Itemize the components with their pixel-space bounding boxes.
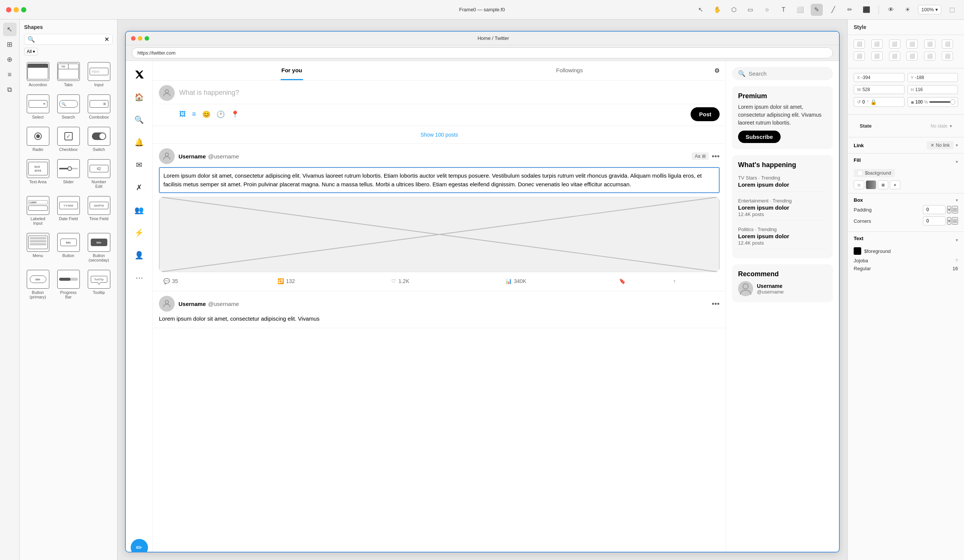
preview-button[interactable]: 👁 xyxy=(885,4,897,16)
lock-button[interactable]: ⬜ xyxy=(924,52,935,61)
shape-item-tooltip[interactable]: ToolTip Tooltip xyxy=(85,268,112,302)
compose-image-icon[interactable]: 🖼 xyxy=(179,110,186,118)
corners-input[interactable] xyxy=(923,216,946,226)
shape-item-button-primary[interactable]: btn Button (primary) xyxy=(24,268,52,302)
compose-schedule-icon[interactable]: 🕐 xyxy=(217,110,225,118)
tweet-analytics-button[interactable]: 📊 340K xyxy=(501,276,615,286)
align-left-button[interactable]: ⬜ xyxy=(854,39,865,49)
subscribe-button[interactable]: Subscribe xyxy=(738,131,781,143)
twitter-compose-button[interactable]: ✏ xyxy=(131,539,148,552)
sidebar-layers-icon[interactable]: ⊞ xyxy=(3,37,16,51)
ellipse-tool[interactable]: ○ xyxy=(761,4,773,16)
twitter-bookmarks-icon[interactable]: ✗ xyxy=(132,180,147,195)
shape-item-datefield[interactable]: YY/MM Date Field xyxy=(55,194,82,228)
twitter-messages-icon[interactable]: ✉ xyxy=(132,157,147,172)
tweet-bookmark-button[interactable]: 🔖 xyxy=(614,276,665,286)
align-center-v-button[interactable]: ⬜ xyxy=(924,39,935,49)
twitter-search-box[interactable]: 🔍 xyxy=(732,67,833,80)
shape-item-menu[interactable]: Menu xyxy=(24,231,52,265)
browser-url-bar[interactable]: https://twitter.com xyxy=(132,47,833,58)
font-weight[interactable]: Regular xyxy=(854,266,871,271)
shape-item-numberedit[interactable]: 42 Number Edit xyxy=(85,157,112,191)
line-tool[interactable]: ╱ xyxy=(827,4,839,16)
distribute-v-button[interactable]: ⬜ xyxy=(871,52,883,61)
select-tool[interactable]: ↖ xyxy=(695,4,707,16)
twitter-community-icon[interactable]: 👥 xyxy=(132,203,147,218)
align-bottom-button[interactable]: ⬜ xyxy=(942,39,953,49)
align-right-button[interactable]: ⬜ xyxy=(889,39,900,49)
shape-item-accordion[interactable]: Accordion xyxy=(24,60,52,89)
rectangle-tool[interactable]: ▭ xyxy=(744,4,757,16)
image-tool[interactable]: ⬜ xyxy=(794,4,806,16)
corners-expand-button[interactable]: ⊞ xyxy=(952,217,958,225)
distribute-h-button[interactable]: ⬜ xyxy=(854,52,865,61)
close-button[interactable] xyxy=(6,7,11,12)
sidebar-cursor-icon[interactable]: ↖ xyxy=(3,23,16,36)
shape-item-search[interactable]: 🔍 Search xyxy=(55,92,82,122)
arrange-button[interactable]: ⬜ xyxy=(889,52,900,61)
fill-pattern-button[interactable]: ≡ xyxy=(890,180,900,189)
state-row[interactable]: State No state ▾ xyxy=(854,119,958,133)
shapes-search-input[interactable] xyxy=(37,37,102,42)
theme-button[interactable]: ☀ xyxy=(902,4,914,16)
browser-maximize[interactable] xyxy=(145,36,149,41)
twitter-search-input[interactable] xyxy=(749,70,827,77)
shape-item-labeledinput[interactable]: Label Labeled Input xyxy=(24,194,52,228)
tweet-reply-button[interactable]: 💬 35 xyxy=(159,276,273,286)
twitter-tab-followings[interactable]: Followings xyxy=(431,61,709,80)
shape-item-select[interactable]: ▾ Select xyxy=(24,92,52,122)
twitter-settings-button[interactable]: ⚙ xyxy=(708,61,726,80)
opacity-field[interactable]: ◼ 100 % xyxy=(907,97,958,107)
align-center-h-button[interactable]: ⬜ xyxy=(871,39,883,49)
shape-item-switch[interactable]: Switch xyxy=(85,125,112,154)
text-tool[interactable]: T xyxy=(778,4,790,16)
shape-item-radio[interactable]: Radio xyxy=(24,125,52,154)
twitter-flash-icon[interactable]: ⚡ xyxy=(132,225,147,240)
align-top-button[interactable]: ⬜ xyxy=(906,39,918,49)
fill-image-button[interactable]: ⊞ xyxy=(878,180,888,189)
shape-item-textarea[interactable]: textarea Text Area xyxy=(24,157,52,191)
padding-input[interactable] xyxy=(923,205,946,214)
font-name[interactable]: Jojoba xyxy=(854,258,868,263)
padding-expand-button[interactable]: ⊞ xyxy=(952,206,958,213)
twitter-more-icon[interactable]: ⋯ xyxy=(132,270,147,285)
tweet-username-2[interactable]: Username xyxy=(179,301,206,307)
rotation-field[interactable]: ↺ 0 ° 🔒 xyxy=(854,97,904,107)
padding-dropdown-button[interactable]: ▾ xyxy=(947,206,951,213)
twitter-home-icon[interactable]: 🏠 xyxy=(132,89,147,105)
shape-item-slider[interactable]: Slider xyxy=(55,157,82,191)
twitter-profile-icon[interactable]: 👤 xyxy=(132,248,147,263)
y-field[interactable]: Y -188 xyxy=(907,73,958,82)
shape-item-button-secondary[interactable]: btn Button (seconday) xyxy=(85,231,112,265)
compose-emoji-icon[interactable]: 😊 xyxy=(202,110,210,118)
post-button[interactable]: Post xyxy=(690,107,720,121)
twitter-search-nav-icon[interactable]: 🔍 xyxy=(132,112,147,127)
shapes-search[interactable]: 🔍 ✕ xyxy=(24,34,112,45)
trending-topic-3[interactable]: Lorem ipsum dolor xyxy=(738,233,827,239)
shape-item-progressbar[interactable]: Progress Bar xyxy=(55,268,82,302)
tweet-like-button[interactable]: ♡ 1.2K xyxy=(387,276,501,286)
twitter-notifications-icon[interactable]: 🔔 xyxy=(132,135,147,150)
pen-tool[interactable]: ✎ xyxy=(811,4,823,16)
shape-item-combobox[interactable]: ⊞ Combobox xyxy=(85,92,112,122)
browser-close[interactable] xyxy=(131,36,135,41)
hand-tool[interactable]: ✋ xyxy=(711,4,723,16)
compose-location-icon[interactable]: 📍 xyxy=(231,110,239,118)
sidebar-components-icon[interactable]: ⊕ xyxy=(3,53,16,66)
shape-item-tabs[interactable]: Tab Tabs xyxy=(55,60,82,89)
browser-minimize[interactable] xyxy=(138,36,142,41)
trending-topic-2[interactable]: Lorem ipsum dolor xyxy=(738,205,827,211)
tweet-username-1[interactable]: Username xyxy=(179,153,206,159)
tweet-share-button[interactable]: ↑ xyxy=(669,276,720,286)
sidebar-toggle[interactable]: ⬚ xyxy=(946,4,958,16)
show-posts-link[interactable]: Show 100 posts xyxy=(421,132,458,138)
x-field[interactable]: X -394 xyxy=(854,73,904,82)
twitter-tab-foryou[interactable]: For you xyxy=(153,61,431,80)
shape-item-timefield[interactable]: AM/PM Time Field xyxy=(85,194,112,228)
hide-button[interactable]: ⬜ xyxy=(942,52,953,61)
fill-solid-button[interactable]: □ xyxy=(854,180,864,189)
trending-topic-1[interactable]: Lorem ipsum dolor xyxy=(738,182,827,188)
group-button[interactable]: ⬜ xyxy=(906,52,918,61)
sidebar-pages-icon[interactable]: ⧉ xyxy=(3,83,16,96)
minimize-button[interactable] xyxy=(13,7,19,12)
